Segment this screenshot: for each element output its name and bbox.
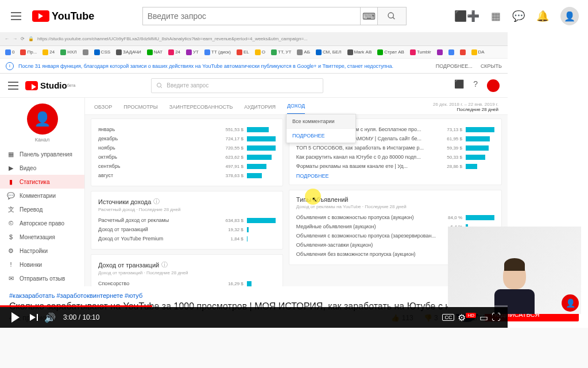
tab[interactable]: АУДИТОРИЯ	[244, 104, 276, 114]
bookmark-item[interactable]: Пр...	[18, 49, 38, 56]
help-icon[interactable]: ⓘ	[153, 197, 160, 206]
sidebar: 👤 Канал ▦Панель управления▶Видео▮Статист…	[0, 98, 85, 306]
data-row: Объявления с возможностью пропуска (аукц…	[296, 213, 494, 222]
studio-search[interactable]: Введите запрос	[151, 78, 323, 93]
tab[interactable]: ПРОСМОТРЫ	[123, 104, 158, 114]
sidebar-item[interactable]: 💬Комментарии	[0, 189, 84, 202]
date-range[interactable]: 26 дек. 2018 г. – 22 янв. 2019 г. Послед…	[433, 102, 498, 114]
studio-upload-icon[interactable]: ⬛	[454, 79, 464, 92]
tab[interactable]: ДОХОД	[287, 103, 305, 114]
bookmark-item[interactable]: EL	[235, 49, 251, 56]
browser-address-bar: ← → ⟳ 🔒 https://studio.youtube.com/chann…	[0, 32, 508, 46]
bookmark-item[interactable]: СМ, БЕЛ	[314, 49, 343, 56]
sidebar-item[interactable]: !Новинки	[0, 258, 84, 271]
bookmark-item[interactable]: Mark АВ	[346, 49, 374, 56]
dropdown-item-all[interactable]: Все комментарии	[287, 114, 355, 129]
youtube-logo[interactable]: YouTube	[32, 10, 94, 22]
bookmark-item[interactable]: 0	[3, 49, 16, 56]
play-button[interactable]	[7, 309, 24, 326]
volume-button[interactable]: 🔊	[41, 309, 59, 326]
bookmark-item[interactable]: CSS	[92, 49, 112, 56]
studio-help-icon[interactable]: ?	[473, 79, 478, 92]
sidebar-item[interactable]: 文Перевод	[0, 202, 84, 216]
sidebar-item[interactable]: ©Авторское право	[0, 216, 84, 230]
tab[interactable]: ОБЗОР	[94, 104, 112, 114]
back-icon[interactable]: ←	[5, 36, 9, 41]
bookmark-item[interactable]: 24	[167, 49, 182, 56]
bookmark-item[interactable]: Страт АВ	[376, 49, 406, 56]
bookmark-item[interactable]	[435, 49, 444, 56]
bookmark-item[interactable]	[458, 49, 467, 56]
bookmark-item[interactable]: O	[253, 49, 267, 56]
bookmark-item[interactable]: ТТ (диск)	[203, 49, 233, 56]
sidebar-item[interactable]: $Монетизация	[0, 230, 84, 244]
bookmark-item[interactable]	[447, 49, 456, 56]
forward-icon[interactable]: →	[13, 36, 17, 41]
bookmark-item[interactable]: 24	[41, 49, 56, 56]
pip-channel-badge: 👤	[562, 294, 579, 312]
data-row: Форматы рекламы на вашем канале ете | Уд…	[296, 162, 494, 171]
sidebar-item[interactable]: ⚙Настройки	[0, 244, 84, 258]
notice-bar: i После 31 января функция, благодаря кот…	[0, 59, 508, 74]
apps-icon[interactable]: ▦	[491, 10, 501, 22]
search-input[interactable]	[142, 7, 361, 25]
settings-icon[interactable]: ⚙HD	[458, 312, 476, 323]
sidebar-icon: ⚙	[7, 247, 15, 255]
user-avatar[interactable]: 👤	[560, 7, 579, 25]
tab[interactable]: ЗАИНТЕРЕСОВАННОСТЬ	[169, 104, 233, 114]
upload-icon[interactable]: ⬛➕	[454, 10, 479, 22]
url-text[interactable]: https://studio.youtube.com/channel/UCb9y…	[37, 36, 503, 41]
menu-icon[interactable]	[9, 9, 23, 23]
data-row: ноябрь720,55 $	[98, 143, 276, 152]
data-row: ТОП 5 СПОСОБОВ, как заработать в Инстагр…	[296, 143, 494, 152]
sidebar-icon: 💬	[7, 191, 15, 200]
keyboard-icon[interactable]: ⌨	[361, 7, 378, 25]
time-display: 3:00 / 10:10	[63, 313, 99, 321]
bookmark-item[interactable]: ТТ, УТ	[269, 49, 293, 56]
videos-more-link[interactable]: ПОДРОБНЕЕ	[296, 173, 494, 179]
messages-icon[interactable]: 💬	[512, 10, 525, 22]
sidebar-icon: $	[7, 233, 15, 241]
cc-button[interactable]: CC	[442, 314, 454, 321]
cursor-icon: ↖	[312, 195, 318, 204]
studio-menu-icon[interactable]	[8, 82, 18, 90]
bookmark-item[interactable]: NAT	[145, 49, 164, 56]
bookmark-item[interactable]	[81, 49, 90, 56]
bookmark-item[interactable]: ЗАДАЧИ	[114, 49, 143, 56]
sidebar-item[interactable]: ✉Отправить отзыв	[0, 271, 84, 285]
data-row: октябрь623,62 $	[98, 152, 276, 162]
info-icon: i	[6, 62, 14, 70]
bookmark-item[interactable]: УТ	[184, 49, 200, 56]
channel-avatar[interactable]: 👤	[27, 103, 58, 135]
studio-search-placeholder: Введите запрос	[167, 82, 208, 89]
sidebar-item[interactable]: ▮Статистика	[0, 175, 84, 189]
bookmark-item[interactable]: АБ	[295, 49, 312, 56]
sidebar-icon: ▦	[7, 150, 15, 158]
next-button[interactable]	[24, 309, 41, 326]
notice-hide-link[interactable]: СКРЫТЬ	[481, 63, 502, 69]
fullscreen-icon[interactable]: ⛶	[492, 312, 501, 323]
notice-more-link[interactable]: ПОДРОБНЕЕ...	[436, 63, 473, 69]
sidebar-item[interactable]: ▦Панель управления	[0, 147, 84, 161]
data-row: август378,63 $	[98, 171, 276, 180]
help-icon[interactable]: ⓘ	[161, 260, 168, 269]
miniplayer-icon[interactable]: ▭	[479, 312, 488, 323]
studio-body: 👤 Канал ▦Панель управления▶Видео▮Статист…	[0, 98, 508, 306]
notifications-icon[interactable]: 🔔	[536, 10, 549, 22]
reload-icon[interactable]: ⟳	[21, 36, 25, 41]
sidebar-item[interactable]: ▶Видео	[0, 161, 84, 175]
bookmark-item[interactable]: Tumblr	[408, 49, 433, 56]
search-button[interactable]	[378, 7, 407, 25]
bookmark-item[interactable]: НХЛ	[59, 49, 78, 56]
studio-avatar-icon[interactable]	[487, 79, 500, 92]
bookmarks-bar: 0Пр...24НХЛCSSЗАДАЧИNAT24УТТТ (диск)ELOТ…	[0, 46, 508, 59]
card-revenue-sources: Источники доходаⓘ Расчетный доход · Посл…	[91, 191, 283, 250]
main-content: ОБЗОРПРОСМОТРЫЗАИНТЕРЕСОВАННОСТЬАУДИТОРИ…	[85, 98, 508, 306]
video-content: ← → ⟳ 🔒 https://studio.youtube.com/chann…	[0, 32, 508, 307]
bookmark-item[interactable]: DA	[470, 49, 486, 56]
dropdown-item-more[interactable]: ПОДРОБНЕЕ	[287, 129, 355, 143]
youtube-header: YouTube ⌨ ⬛➕ ▦ 💬 🔔 👤	[0, 0, 588, 32]
search-bar: ⌨	[142, 7, 407, 25]
studio-logo[interactable]: Studioбета	[25, 80, 75, 90]
sidebar-icon: 文	[7, 205, 15, 213]
